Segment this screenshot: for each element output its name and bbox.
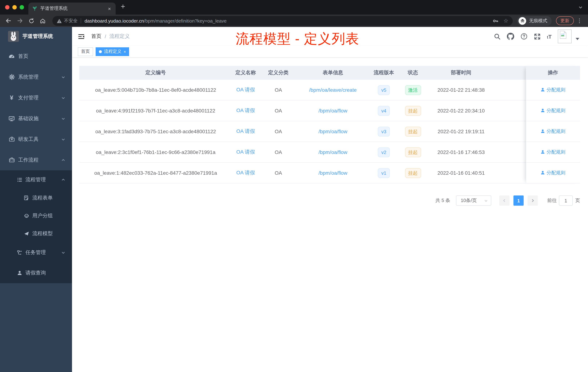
back-icon[interactable] xyxy=(5,17,12,24)
bookmark-star-icon[interactable]: ☆ xyxy=(504,17,508,24)
window-controls[interactable] xyxy=(5,5,24,10)
assign-rule-link[interactable]: 分配规则 xyxy=(540,170,566,176)
active-dot-icon xyxy=(99,50,102,53)
sidebar-item-infrastructure[interactable]: 基础设施 xyxy=(0,108,72,129)
tab-close-icon[interactable]: × xyxy=(107,6,112,11)
sidebar-item-leave-query[interactable]: 请假查询 xyxy=(0,263,72,283)
browser-tab[interactable]: 芋道管理系统 × xyxy=(28,2,116,15)
col-header-deploy-time: 部署时间 xyxy=(427,69,496,76)
sidebar-item-label: 流程模型 xyxy=(32,230,53,237)
security-label[interactable]: 不安全 xyxy=(64,18,78,24)
browser-menu-icon[interactable]: ⋮ xyxy=(577,17,582,24)
definition-name-link[interactable]: OA 请假 xyxy=(236,128,255,134)
address-bar[interactable]: 不安全 dashboard.yudao.iocoder.cn/bpm/manag… xyxy=(52,16,513,26)
font-size-icon[interactable]: tT xyxy=(547,33,552,40)
assign-rule-link[interactable]: 分配规则 xyxy=(540,128,566,135)
tag-home[interactable]: 首页 xyxy=(78,47,93,56)
definition-name-link[interactable]: OA 请假 xyxy=(236,170,255,175)
sidebar-item-dev-tools[interactable]: 研发工具 xyxy=(0,129,72,150)
form-info-link[interactable]: /bpm/oa/flow xyxy=(319,108,347,114)
definition-table: 定义编号 定义名称 定义分类 表单信息 流程版本 状态 部署时间 操作 oa_l… xyxy=(79,66,580,184)
deploy-time: 2022-01-22 19:19:11 xyxy=(427,129,496,134)
sidebar-item-process-form[interactable]: 流程表单 xyxy=(0,189,72,207)
status-badge: 挂起 xyxy=(405,147,421,157)
chevron-down-icon xyxy=(61,116,65,121)
tag-close-icon[interactable]: × xyxy=(124,49,126,54)
tab-search-chevron-icon[interactable] xyxy=(578,5,583,10)
pagination-total: 共 5 条 xyxy=(435,197,450,204)
table-row: oa_leave:4:991f2193-7b7f-11ec-a3c8-acde4… xyxy=(79,100,580,121)
maximize-window-button[interactable] xyxy=(20,5,24,10)
definition-id: oa_leave:4:991f2193-7b7f-11ec-a3c8-acde4… xyxy=(79,108,232,114)
gear-icon xyxy=(8,74,15,80)
sidebar-collapse-icon[interactable] xyxy=(78,33,85,40)
key-icon[interactable] xyxy=(492,18,498,24)
sidebar-item-label: 用户分组 xyxy=(32,212,53,219)
sidebar-item-user-groups[interactable]: 用户分组 xyxy=(0,207,72,225)
breadcrumb-home[interactable]: 首页 xyxy=(91,33,101,40)
fullscreen-icon[interactable] xyxy=(534,33,541,40)
url-path[interactable]: /bpm/manager/definition?key=oa_leave xyxy=(144,18,227,23)
form-info-link[interactable]: /bpm/oa/leave/create xyxy=(309,87,357,93)
assign-rule-link[interactable]: 分配规则 xyxy=(540,107,566,114)
sidebar-item-process-model[interactable]: 流程模型 xyxy=(0,225,72,242)
sidebar-item-workflow[interactable]: 工作流程 xyxy=(0,150,72,170)
reload-icon[interactable] xyxy=(28,18,34,24)
form-info-link[interactable]: /bpm/oa/flow xyxy=(319,170,347,176)
chevron-down-icon xyxy=(61,75,65,79)
page-number-button[interactable]: 1 xyxy=(514,196,524,206)
page-size-select[interactable]: 10条/页 xyxy=(456,196,491,206)
sidebar-logo[interactable]: 芋道管理系统 xyxy=(0,27,72,46)
sidebar-item-task-management[interactable]: 任务管理 xyxy=(0,242,72,263)
browser-update-button[interactable]: 更新 xyxy=(556,16,574,25)
user-avatar[interactable] xyxy=(558,30,572,43)
help-icon[interactable] xyxy=(520,33,528,40)
next-page-button[interactable] xyxy=(528,196,538,206)
form-info-link[interactable]: /bpm/oa/flow xyxy=(319,129,347,134)
definition-id: oa_leave:3:1fad3d93-7b75-11ec-a3c8-acde4… xyxy=(79,129,232,134)
definition-category: OA xyxy=(259,129,297,134)
minimize-window-button[interactable] xyxy=(12,5,17,10)
assign-rule-link[interactable]: 分配规则 xyxy=(540,149,566,155)
close-window-button[interactable] xyxy=(5,5,10,10)
sidebar-item-payment[interactable]: ¥ 支付管理 xyxy=(0,87,72,108)
logo-rabbit-avatar xyxy=(8,31,19,42)
definition-id: oa_leave:2:3c1f0ef1-76b1-11ec-9c66-a2380… xyxy=(79,149,232,155)
assign-rule-link[interactable]: 分配规则 xyxy=(540,87,566,93)
avatar-caret-icon[interactable] xyxy=(576,38,579,40)
sidebar-item-label: 请假查询 xyxy=(25,270,46,276)
security-warning-icon[interactable] xyxy=(57,18,62,23)
col-header-form-info: 表单信息 xyxy=(297,69,368,76)
search-icon[interactable] xyxy=(494,33,501,40)
tag-process-definition[interactable]: 流程定义 × xyxy=(96,47,129,56)
url-domain[interactable]: dashboard.yudao.iocoder.cn xyxy=(84,18,144,23)
status-badge: 挂起 xyxy=(405,127,421,136)
definition-name-link[interactable]: OA 请假 xyxy=(236,87,255,92)
definition-category: OA xyxy=(259,108,297,114)
definition-name-link[interactable]: OA 请假 xyxy=(236,107,255,113)
goto-page-input[interactable] xyxy=(559,196,573,206)
chevron-down-icon xyxy=(61,96,65,100)
sidebar-item-label: 基础设施 xyxy=(18,115,39,122)
col-header-definition-id: 定义编号 xyxy=(79,69,232,76)
sidebar-item-home[interactable]: 首页 xyxy=(0,46,72,67)
definition-name-link[interactable]: OA 请假 xyxy=(236,149,255,155)
address-divider xyxy=(81,18,81,23)
prev-page-button[interactable] xyxy=(499,196,509,206)
goto-label: 前往 xyxy=(547,197,557,204)
yuan-icon: ¥ xyxy=(8,94,15,101)
sidebar-item-label: 首页 xyxy=(18,53,28,59)
form-icon xyxy=(23,195,30,201)
form-info-link[interactable]: /bpm/oa/flow xyxy=(319,149,347,155)
version-badge: v2 xyxy=(378,147,390,157)
github-icon[interactable] xyxy=(507,33,514,40)
forward-icon[interactable] xyxy=(17,17,23,24)
sidebar-item-system[interactable]: 系统管理 xyxy=(0,67,72,87)
user-icon xyxy=(540,171,545,175)
deploy-time: 2022-01-16 01:40:51 xyxy=(427,170,496,176)
home-icon[interactable] xyxy=(40,18,46,24)
user-icon xyxy=(540,150,545,154)
favicon-seedling-icon xyxy=(32,6,37,11)
sidebar-item-process-management[interactable]: 流程管理 xyxy=(0,170,72,189)
new-tab-button[interactable]: + xyxy=(121,2,125,11)
